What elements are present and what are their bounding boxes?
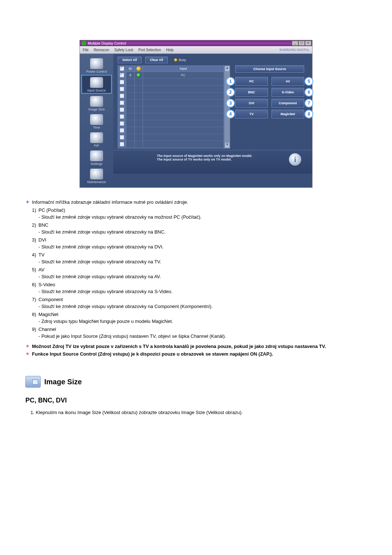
table-row[interactable] bbox=[118, 86, 224, 93]
row-checkbox[interactable] bbox=[120, 142, 124, 146]
sidebar-item-settings[interactable]: Settings bbox=[82, 149, 111, 166]
source-button-s-video[interactable]: S-Video6 bbox=[271, 88, 304, 97]
sidebar-label: PIP bbox=[94, 144, 99, 147]
table-row[interactable] bbox=[118, 134, 224, 141]
item-title: PC (Počítač) bbox=[38, 207, 65, 213]
select-all-button[interactable]: Select All bbox=[118, 57, 142, 63]
time-icon bbox=[90, 114, 103, 125]
item-number: 6) bbox=[32, 281, 38, 288]
item-number: 8) bbox=[32, 311, 38, 318]
item-description: - Pokud je jako Input Source (Zdroj vstu… bbox=[38, 333, 367, 340]
sidebar-item-time[interactable]: Time bbox=[82, 113, 111, 130]
grid-body: 0PC bbox=[118, 72, 224, 148]
source-button-dvi[interactable]: DVI3 bbox=[235, 99, 268, 108]
source-button-pc[interactable]: PC1 bbox=[235, 77, 268, 86]
window-title: Multiple Display Control bbox=[88, 41, 126, 45]
row-checkbox[interactable] bbox=[120, 80, 124, 84]
maximize-button[interactable]: □ bbox=[298, 41, 305, 46]
close-button[interactable]: × bbox=[305, 41, 311, 46]
row-checkbox[interactable] bbox=[120, 108, 124, 112]
item-number: 3) bbox=[32, 236, 38, 244]
list-item: 9)Channel- Pokud je jako Input Source (Z… bbox=[32, 326, 367, 340]
callout-number: 8 bbox=[305, 110, 313, 118]
menu-help[interactable]: Help bbox=[166, 48, 173, 52]
row-id bbox=[126, 134, 135, 141]
row-checkbox[interactable] bbox=[120, 94, 124, 98]
menu-safety-lock[interactable]: Safety Lock bbox=[114, 48, 133, 52]
row-checkbox[interactable] bbox=[120, 121, 124, 126]
item-title: BNC bbox=[38, 222, 48, 228]
star-icon bbox=[25, 199, 30, 204]
row-checkbox[interactable] bbox=[120, 128, 124, 133]
item-description: - Slouží ke změně zdroje vstupu vybrané … bbox=[38, 214, 367, 221]
header-checkbox[interactable] bbox=[120, 66, 124, 71]
sidebar-item-pip[interactable]: PIP bbox=[82, 131, 111, 148]
table-row[interactable] bbox=[118, 113, 224, 120]
input-source-panel: Choose Input Source PC1AV5BNC2S-Video6DV… bbox=[234, 65, 308, 149]
source-button-component[interactable]: Component7 bbox=[271, 99, 304, 108]
scroll-down-icon[interactable]: ▼ bbox=[225, 142, 230, 148]
sidebar-item-image-size[interactable]: Image Size bbox=[82, 94, 111, 112]
list-item: 6)S-Video- Slouží ke změně zdroje vstupu… bbox=[32, 281, 367, 295]
row-input bbox=[143, 120, 224, 127]
section-title: Image Size bbox=[44, 376, 82, 387]
callout-number: 4 bbox=[226, 110, 235, 118]
table-row[interactable] bbox=[118, 100, 224, 106]
section-header: Image Size bbox=[25, 376, 367, 388]
source-button-av[interactable]: AV5 bbox=[271, 77, 304, 86]
menu-file[interactable]: File bbox=[83, 48, 89, 52]
menu-port-selection[interactable]: Port Selection bbox=[138, 48, 161, 52]
table-row[interactable] bbox=[118, 141, 224, 148]
maintenance-icon bbox=[90, 169, 103, 179]
item-description: - Slouží ke změně zdroje vstupu vybrané … bbox=[38, 228, 367, 236]
settings-icon bbox=[90, 150, 103, 161]
sidebar-item-input-source[interactable]: Input Source bbox=[81, 75, 112, 94]
title-bar: Multiple Display Control _ □ × bbox=[80, 40, 312, 46]
table-row[interactable] bbox=[118, 79, 224, 86]
source-button-tv[interactable]: TV4 bbox=[235, 110, 268, 118]
item-number: 5) bbox=[32, 266, 38, 274]
callout-number: 5 bbox=[305, 77, 313, 86]
sidebar: Power Control Input Source Image Size Ti… bbox=[80, 54, 113, 187]
callout-number: 2 bbox=[226, 88, 235, 97]
row-id bbox=[126, 86, 135, 92]
row-input bbox=[143, 127, 224, 134]
sidebar-item-maintenance[interactable]: Maintenance bbox=[82, 167, 111, 185]
row-checkbox[interactable] bbox=[120, 101, 124, 105]
callout-number: 3 bbox=[226, 99, 235, 108]
col-status-icon bbox=[136, 66, 141, 71]
sidebar-label: Settings bbox=[91, 162, 103, 166]
item-description: - Slouží ke změně zdroje vstupu vybrané … bbox=[38, 258, 367, 266]
note-line-2: The Input source of TV works only on TV … bbox=[157, 158, 276, 161]
source-button-magicnet[interactable]: MagicNet8 bbox=[271, 110, 304, 118]
grid-header: ID Input bbox=[118, 66, 224, 72]
table-row[interactable] bbox=[118, 127, 224, 134]
row-id bbox=[126, 127, 135, 134]
minimize-button[interactable]: _ bbox=[292, 41, 298, 46]
scroll-up-icon[interactable]: ▲ bbox=[225, 66, 230, 72]
table-row[interactable]: 0PC bbox=[118, 72, 224, 79]
callout-number: 7 bbox=[305, 99, 313, 108]
table-row[interactable] bbox=[118, 120, 224, 127]
menu-remocon[interactable]: Remocon bbox=[94, 48, 109, 52]
source-button-bnc[interactable]: BNC2 bbox=[235, 88, 268, 97]
list-item: 3)DVI- Slouží ke změně zdroje vstupu vyb… bbox=[32, 236, 367, 251]
input-source-icon bbox=[90, 77, 103, 88]
row-checkbox[interactable] bbox=[120, 114, 124, 119]
row-checkbox[interactable] bbox=[120, 135, 124, 139]
table-row[interactable] bbox=[118, 93, 224, 100]
row-checkbox[interactable] bbox=[120, 87, 124, 91]
status-dot-icon bbox=[137, 73, 140, 77]
sidebar-item-power-control[interactable]: Power Control bbox=[82, 57, 111, 74]
item-description: - Slouží ke změně zdroje vstupu vybrané … bbox=[38, 288, 367, 295]
info-icon: i bbox=[289, 153, 301, 166]
col-input: Input bbox=[143, 66, 224, 72]
callout-number: 1 bbox=[226, 77, 235, 86]
item-title: DVI bbox=[38, 237, 46, 243]
table-row[interactable] bbox=[118, 106, 224, 113]
row-checkbox[interactable] bbox=[120, 73, 124, 77]
clear-all-button[interactable]: Clear All bbox=[145, 57, 168, 63]
item-description: - Slouží ke změně zdroje vstupu vybrané … bbox=[38, 243, 367, 251]
note-line-1: The Input source of MagicNet works only … bbox=[157, 154, 276, 158]
item-number: 1) bbox=[32, 207, 38, 214]
